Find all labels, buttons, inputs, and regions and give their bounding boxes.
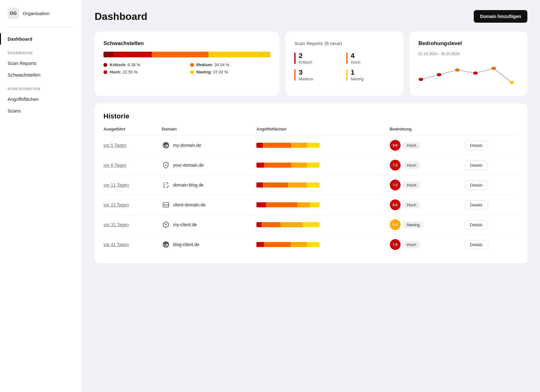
threat-badge-cell: 8.8 Hoch — [390, 140, 461, 151]
domain-icon-magento — [162, 221, 170, 229]
domain-cell: my-domain.de — [162, 141, 253, 149]
legend-label: Hoch: 22.55 % — [110, 70, 138, 74]
col-actions — [465, 127, 519, 135]
time-link[interactable]: vor 8 Tagen — [103, 163, 126, 168]
table-row: vor 5 Tagen my-domain.de 8.8 Hoch Detail… — [103, 135, 519, 155]
details-button[interactable]: Details — [465, 181, 488, 190]
attack-bar — [256, 143, 320, 148]
bar-segment — [263, 182, 288, 187]
bar-segment — [291, 163, 307, 168]
domain-name: blog-client.de — [173, 242, 199, 247]
time-link[interactable]: vor 5 Tagen — [103, 143, 126, 148]
main-header: Dashboard Domain hinzufügen — [95, 10, 527, 23]
schwachstellen-title: Schwachstellen — [103, 40, 270, 47]
domain-cell: my-client.de — [162, 221, 253, 229]
legend-label: Niedrig: 37.02 % — [197, 70, 228, 74]
threat-score: 7.2 — [390, 180, 401, 190]
bar-segment — [288, 182, 307, 187]
scan-report-count: 2 — [299, 52, 312, 60]
col-bedrohung: Bedrohung — [390, 127, 465, 135]
threat-label: Hoch — [403, 241, 420, 248]
table-header-row: Ausgeführt Domain Angriffsflächen Bedroh… — [103, 127, 519, 135]
scan-report-count: 3 — [299, 68, 313, 77]
details-button[interactable]: Details — [465, 220, 488, 229]
sidebar-item-label: Angriffsflächen — [8, 96, 39, 102]
add-domain-button[interactable]: Domain hinzufügen — [474, 10, 527, 23]
time-link[interactable]: vor 11 Tagen — [103, 182, 129, 187]
threat-score: 7.2 — [390, 160, 401, 170]
sidebar-item-label: Scan Reports — [8, 61, 36, 66]
domain-cell: your-domain.de — [162, 161, 253, 169]
time-link[interactable]: vor 21 Tagen — [103, 202, 129, 207]
bar-segment — [291, 143, 307, 148]
bar-segment — [297, 202, 310, 207]
table-row: vor 41 Tagen blog-client.de 7.6 Hoch Det… — [103, 235, 519, 255]
attack-bar — [256, 182, 320, 187]
domain-cell: WOO client-domain.de — [162, 201, 253, 209]
attack-bar — [256, 222, 320, 227]
svg-line-0 — [421, 75, 439, 79]
bar-segment — [264, 242, 291, 247]
domain-icon-shield — [162, 161, 170, 169]
domain-icon-wordpress — [162, 141, 170, 149]
time-link[interactable]: vor 31 Tagen — [103, 222, 129, 227]
org-logo[interactable]: OG Organisation — [0, 8, 82, 26]
chart-dot — [437, 73, 441, 76]
scan-report-item: 3 Medium — [294, 68, 343, 81]
schwachstellen-progress-bar — [103, 52, 270, 57]
bar-segment — [256, 222, 261, 227]
threat-badge-cell: 7.2 Hoch — [390, 160, 461, 170]
scan-report-item: 1 Niedrig — [346, 68, 395, 81]
chart-dot — [455, 68, 459, 72]
sidebar-item-label: Dashboard — [8, 36, 32, 42]
history-tbody: vor 5 Tagen my-domain.de 8.8 Hoch Detail… — [103, 135, 519, 255]
domain-icon-woo: WOO — [162, 201, 170, 209]
legend-label: Kritisch: 6.38 % — [110, 62, 140, 67]
legend-item: Kritisch: 6.38 % — [103, 62, 184, 67]
threat-badge-cell: 5.4 Niedrig — [390, 219, 461, 230]
legend-item: Hoch: 22.55 % — [103, 70, 184, 74]
scan-report-item: 4 Hoch — [346, 52, 395, 65]
bar-segment — [256, 202, 266, 207]
schwachstellen-legend: Kritisch: 6.38 % Medium: 34.04 % Hoch: 2… — [103, 62, 270, 74]
sidebar-item-scans[interactable]: Scans — [0, 105, 82, 117]
scan-report-label: Kritisch — [299, 60, 312, 65]
threat-label: Hoch — [403, 182, 420, 189]
threat-score: 7.6 — [390, 239, 401, 250]
scan-report-bar — [294, 69, 296, 81]
attack-bar — [256, 202, 320, 207]
details-button[interactable]: Details — [465, 141, 488, 150]
legend-dot — [190, 63, 194, 67]
org-name: Organisation — [23, 11, 50, 16]
details-button[interactable]: Details — [465, 161, 488, 170]
sidebar-item-label: Scans — [8, 108, 21, 113]
historie-title: Historie — [103, 112, 519, 120]
scan-report-label: Medium — [299, 77, 313, 81]
threat-label: Hoch — [403, 142, 420, 149]
threat-badge-cell: 8.6 Hoch — [390, 199, 461, 210]
scan-report-bar — [346, 53, 348, 64]
sidebar-item-angriffsflaechen[interactable]: Angriffsflächen — [0, 93, 82, 105]
threat-score: 8.6 — [390, 199, 401, 210]
domain-name: my-domain.de — [173, 143, 201, 148]
details-button[interactable]: Details — [465, 240, 488, 249]
sidebar-item-schwachstellen[interactable]: Schwachstellen — [0, 69, 82, 81]
domain-name: your-domain.de — [173, 163, 204, 168]
history-table: Ausgeführt Domain Angriffsflächen Bedroh… — [103, 127, 519, 254]
domain-cell: blog-client.de — [162, 240, 253, 249]
col-ausgefuhrt: Ausgeführt — [103, 127, 162, 135]
details-button[interactable]: Details — [465, 200, 488, 210]
bedrohungslevel-card: Bedrohungslevel 01.10.2024 - 30.10.2024 — [410, 32, 527, 96]
scan-reports-title: Scan Reports (8 neue) — [294, 40, 394, 47]
sidebar-item-dashboard[interactable]: Dashboard — [0, 33, 82, 45]
legend-label: Medium: 34.04 % — [197, 62, 230, 67]
sidebar-item-scan-reports[interactable]: Scan Reports — [0, 57, 82, 69]
time-link[interactable]: vor 41 Tagen — [103, 242, 129, 247]
attack-bar — [256, 242, 320, 247]
org-initials: OG — [8, 8, 19, 19]
threat-label: Niedrig — [403, 221, 424, 228]
domain-cell: domain-blog.de — [162, 181, 253, 189]
chart-dot — [473, 72, 478, 75]
legend-dot — [190, 70, 194, 74]
svg-line-3 — [475, 68, 494, 73]
